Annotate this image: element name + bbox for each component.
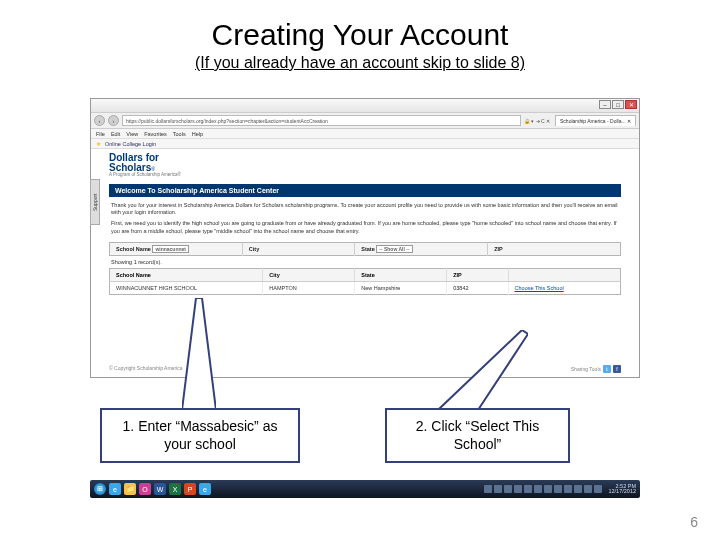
favorites-link[interactable]: Online College Login (105, 141, 156, 147)
tray-icon[interactable] (554, 485, 562, 493)
facebook-icon[interactable]: f (613, 365, 621, 373)
page-body: Support Dollars for Scholars® A Program … (91, 149, 639, 377)
callout-1-leader (182, 298, 216, 410)
search-col-school: School Name (116, 246, 151, 252)
intro-text: Thank you for your interest in Scholarsh… (109, 197, 621, 243)
tray-icon[interactable] (544, 485, 552, 493)
taskbar-date: 12/17/2012 (608, 489, 636, 495)
tray-icon[interactable] (564, 485, 572, 493)
slide-title: Creating Your Account (0, 18, 720, 52)
taskbar-clock[interactable]: 2:52 PM 12/17/2012 (604, 484, 636, 495)
taskbar-powerpoint-icon[interactable]: P (184, 483, 196, 495)
windows-taskbar: ⊞ e 📁 O W X P e 2:52 PM 12/17/2012 (90, 480, 640, 498)
table-row: WINNACUNNET HIGH SCHOOL HAMPTON New Hamp… (110, 282, 621, 295)
tray-icon[interactable] (504, 485, 512, 493)
tray-icon[interactable] (514, 485, 522, 493)
browser-menubar: File Edit View Favorites Tools Help (91, 129, 639, 139)
school-search-row: School Name winnacunnet City State -- Sh… (109, 242, 621, 256)
svg-marker-0 (182, 298, 216, 410)
taskbar-ie2-icon[interactable]: e (199, 483, 211, 495)
address-controls[interactable]: 🔒 ▾ ➔ C ✕ (524, 118, 550, 124)
browser-tab[interactable]: Scholarship America - Dolla... ✕ (555, 115, 636, 126)
favorites-star-icon[interactable]: ★ (96, 141, 101, 147)
window-titlebar: – □ ✕ (91, 99, 639, 113)
taskbar-onenote-icon[interactable]: O (139, 483, 151, 495)
nav-forward-button[interactable]: › (108, 115, 119, 126)
result-zip: 03842 (447, 282, 508, 295)
taskbar-explorer-icon[interactable]: 📁 (124, 483, 136, 495)
tray-icon[interactable] (494, 485, 502, 493)
sharing-label: Sharing Tools (571, 366, 601, 372)
slide-subtitle: (If you already have an account skip to … (0, 54, 720, 72)
result-city: HAMPTON (263, 282, 355, 295)
support-tab[interactable]: Support (90, 179, 100, 225)
embedded-screenshot: – □ ✕ ‹ › https://public.dollarsforschol… (90, 98, 640, 378)
twitter-icon[interactable]: t (603, 365, 611, 373)
tray-icon[interactable] (574, 485, 582, 493)
results-col-city: City (263, 269, 355, 282)
state-select[interactable]: -- Show All -- (376, 245, 412, 253)
menu-view[interactable]: View (126, 131, 138, 137)
window-minimize-button[interactable]: – (599, 100, 611, 109)
tray-icon[interactable] (524, 485, 532, 493)
tray-icon[interactable] (484, 485, 492, 493)
tray-icon[interactable] (594, 485, 602, 493)
taskbar-ie-icon[interactable]: e (109, 483, 121, 495)
choose-school-link[interactable]: Choose This School (515, 285, 564, 291)
menu-tools[interactable]: Tools (173, 131, 186, 137)
intro-paragraph-1: Thank you for your interest in Scholarsh… (111, 202, 619, 217)
results-col-zip: ZIP (447, 269, 508, 282)
callout-1: 1. Enter “Massabesic” as your school (100, 408, 300, 463)
menu-favorites[interactable]: Favorites (144, 131, 167, 137)
site-logo: Dollars for Scholars® A Program of Schol… (109, 153, 621, 178)
school-name-input[interactable]: winnacunnet (152, 245, 189, 253)
logo-subtext: A Program of Scholarship America® (109, 173, 181, 178)
favorites-bar: ★ Online College Login (91, 139, 639, 149)
search-col-state: State (361, 246, 374, 252)
results-table: School Name City State ZIP WINNACUNNET H… (109, 268, 621, 295)
copyright-text: © Copyright Scholarship America (109, 365, 182, 373)
nav-back-button[interactable]: ‹ (94, 115, 105, 126)
address-bar[interactable]: https://public.dollarsforscholars.org/in… (122, 115, 521, 126)
results-count: Showing 1 record(s). (109, 256, 621, 268)
window-close-button[interactable]: ✕ (625, 100, 637, 109)
search-col-city: City (242, 243, 354, 256)
welcome-header: Welcome To Scholarship America Student C… (109, 184, 621, 197)
result-state: New Hampshire (355, 282, 447, 295)
result-school: WINNACUNNET HIGH SCHOOL (110, 282, 263, 295)
taskbar-excel-icon[interactable]: X (169, 483, 181, 495)
callout-2: 2. Click “Select This School” (385, 408, 570, 463)
menu-help[interactable]: Help (192, 131, 203, 137)
tray-icon[interactable] (534, 485, 542, 493)
menu-file[interactable]: File (96, 131, 105, 137)
search-col-zip: ZIP (488, 243, 621, 256)
slide-number: 6 (690, 514, 698, 530)
menu-edit[interactable]: Edit (111, 131, 120, 137)
browser-toolbar: ‹ › https://public.dollarsforscholars.or… (91, 113, 639, 129)
start-button[interactable]: ⊞ (94, 483, 106, 495)
results-col-school: School Name (110, 269, 263, 282)
intro-paragraph-2: First, we need you to identify the high … (111, 220, 619, 235)
results-col-state: State (355, 269, 447, 282)
window-maximize-button[interactable]: □ (612, 100, 624, 109)
callout-2-leader (438, 330, 528, 410)
svg-marker-1 (438, 330, 528, 410)
tray-icon[interactable] (584, 485, 592, 493)
taskbar-word-icon[interactable]: W (154, 483, 166, 495)
